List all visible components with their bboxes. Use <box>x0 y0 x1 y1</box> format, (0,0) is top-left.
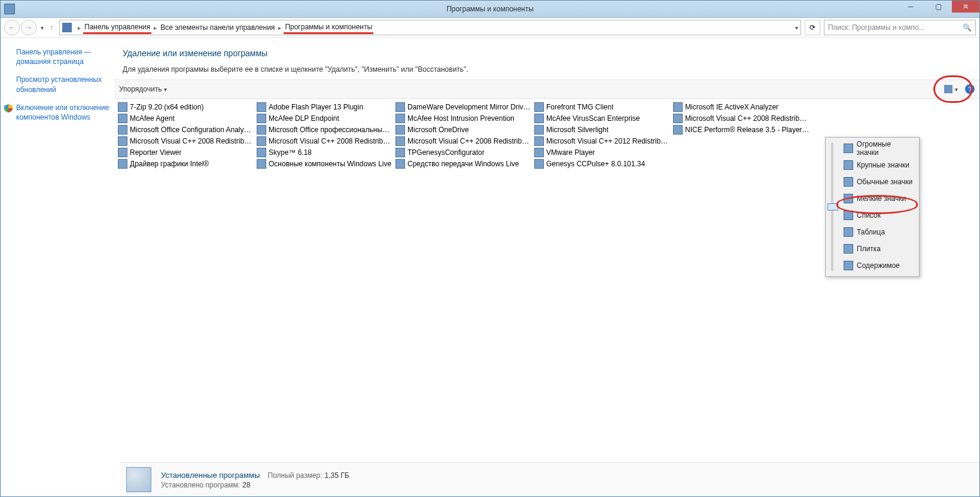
program-icon <box>395 102 405 112</box>
help-button[interactable]: ? <box>965 84 975 94</box>
program-item[interactable]: Microsoft Office Configuration Analyzer.… <box>117 124 255 135</box>
program-icon <box>118 159 127 169</box>
header-block: Удаление или изменение программы Для уда… <box>114 38 979 80</box>
view-option[interactable]: Мелкие значки <box>839 190 919 207</box>
view-option-label: Обычные значки <box>857 178 912 186</box>
status-count-key: Установлено программ: <box>161 481 240 489</box>
program-label: Microsoft Visual C++ 2008 Redistributa..… <box>685 114 809 123</box>
breadcrumb-item-1[interactable]: Все элементы панели управления <box>159 22 276 33</box>
program-item[interactable]: Microsoft Visual C++ 2008 Redistributa..… <box>394 135 533 147</box>
view-option[interactable]: Плитка <box>839 240 919 257</box>
program-item[interactable]: Genesys CCPulse+ 8.0.101.34 <box>533 158 672 169</box>
view-option-icon <box>844 244 853 254</box>
view-option-icon <box>844 160 853 170</box>
view-option-label: Таблица <box>857 228 885 236</box>
view-option-icon <box>844 194 853 203</box>
program-item[interactable]: 7-Zip 9.20 (x64 edition) <box>117 101 255 112</box>
program-label: McAfee Agent <box>130 114 175 123</box>
program-item[interactable]: Драйвер графики Intel® <box>117 158 255 169</box>
search-input[interactable]: Поиск: Программы и компо... 🔍 <box>824 20 976 35</box>
view-option[interactable]: Обычные значки <box>839 173 919 190</box>
forward-button[interactable]: → <box>21 20 36 35</box>
chevron-down-icon: ▾ <box>955 86 958 93</box>
app-icon <box>4 4 15 14</box>
status-title: Установленные программы <box>161 471 260 480</box>
minimize-button[interactable]: ─ <box>897 1 924 13</box>
change-view-button[interactable]: ▾ <box>942 84 960 94</box>
program-item[interactable]: McAfee Host Intrusion Prevention <box>394 112 533 124</box>
program-item[interactable]: Forefront TMG Client <box>533 101 672 112</box>
page-title: Удаление или изменение программы <box>123 48 971 58</box>
view-updates-link[interactable]: Просмотр установленных обновлений <box>16 75 109 94</box>
program-item[interactable]: Основные компоненты Windows Live <box>255 158 394 169</box>
windows-features-link[interactable]: Включение или отключение компонентов Win… <box>16 103 109 122</box>
program-icon <box>673 114 683 123</box>
status-bar: Установленные программы Полный размер:1,… <box>120 462 979 496</box>
program-icon <box>395 148 405 157</box>
program-item[interactable]: McAfee VirusScan Enterprise <box>533 112 672 124</box>
program-item[interactable]: Microsoft Visual C++ 2008 Redistributa..… <box>255 135 394 147</box>
program-item[interactable]: Adobe Flash Player 13 Plugin <box>255 101 394 112</box>
side-tasks-pane: Панель управления — домашняя страница Пр… <box>1 38 114 497</box>
icon-size-slider[interactable] <box>826 138 839 276</box>
breadcrumb-item-2[interactable]: Программы и компоненты <box>284 22 373 34</box>
program-label: 7-Zip 9.20 (x64 edition) <box>130 103 203 111</box>
view-option-icon <box>844 144 853 153</box>
program-icon <box>257 159 266 169</box>
view-option-label: Огромные значки <box>857 140 914 157</box>
program-item[interactable]: NICE Perform® Release 3.5 - Player Co... <box>672 124 811 135</box>
breadcrumb-item-0[interactable]: Панель управления <box>83 22 151 34</box>
program-label: Драйвер графики Intel® <box>130 160 209 168</box>
program-item[interactable]: Microsoft Visual C++ 2008 Redistributa..… <box>117 135 255 147</box>
program-item[interactable]: McAfee Agent <box>117 112 255 124</box>
view-icon <box>944 85 952 93</box>
view-option-icon <box>844 261 853 270</box>
program-item[interactable]: Microsoft Office профессиональный п... <box>255 124 394 135</box>
program-icon <box>257 136 266 146</box>
close-button[interactable]: ✕ <box>952 1 979 13</box>
maximize-button[interactable]: ▢ <box>924 1 952 13</box>
view-option-icon <box>844 177 853 187</box>
program-label: Microsoft Office профессиональный п... <box>269 126 393 134</box>
program-icon <box>118 102 127 112</box>
back-button[interactable]: ← <box>4 20 20 35</box>
slider-thumb[interactable] <box>827 203 838 211</box>
program-item[interactable]: TPGenesysConfigurator <box>394 147 533 158</box>
view-option[interactable]: Огромные значки <box>839 140 919 157</box>
program-item[interactable]: Microsoft Visual C++ 2008 Redistributa..… <box>672 112 811 124</box>
chevron-down-icon[interactable]: ▾ <box>795 25 798 31</box>
program-item[interactable]: Skype™ 6.18 <box>255 147 394 158</box>
program-item[interactable]: McAfee DLP Endpoint <box>255 112 394 124</box>
recent-locations-button[interactable]: ▾ <box>38 20 46 35</box>
view-option[interactable]: Содержимое <box>839 257 919 274</box>
location-icon <box>62 23 72 32</box>
organize-button[interactable]: Упорядочить ▾ <box>119 85 167 93</box>
view-option[interactable]: Список <box>839 207 919 224</box>
program-label: Microsoft Office Configuration Analyzer.… <box>130 126 254 134</box>
view-option[interactable]: Крупные значки <box>839 157 919 173</box>
breadcrumb[interactable]: ▸ Панель управления ▸ Все элементы панел… <box>59 20 801 35</box>
chevron-down-icon: ▾ <box>164 86 167 93</box>
program-item[interactable]: Microsoft Silverlight <box>533 124 672 135</box>
program-label: Microsoft IE ActiveX Analyzer <box>685 103 778 111</box>
program-item[interactable]: Средство передачи Windows Live <box>394 158 533 169</box>
control-panel-home-link[interactable]: Панель управления — домашняя страница <box>16 47 109 66</box>
view-option[interactable]: Таблица <box>839 224 919 240</box>
toolbar: Упорядочить ▾ ▾ ? <box>114 80 979 99</box>
program-item[interactable]: Reporter Viewer <box>117 147 255 158</box>
program-item[interactable]: Microsoft OneDrive <box>394 124 533 135</box>
program-icon <box>534 136 544 146</box>
program-icon <box>395 114 405 123</box>
program-icon <box>118 114 127 123</box>
program-item[interactable]: Microsoft IE ActiveX Analyzer <box>672 101 811 112</box>
program-label: DameWare Development Mirror Driver ... <box>407 103 532 111</box>
program-item[interactable]: VMware Player <box>533 147 672 158</box>
program-item[interactable]: Microsoft Visual C++ 2012 Redistributa..… <box>533 135 672 147</box>
program-icon <box>534 148 544 157</box>
program-icon <box>395 125 405 135</box>
program-item[interactable]: DameWare Development Mirror Driver ... <box>394 101 533 112</box>
refresh-button[interactable]: ⟳ <box>805 20 820 35</box>
status-count-val: 28 <box>242 481 250 489</box>
up-button[interactable]: ↑ <box>47 20 56 35</box>
program-icon <box>118 125 127 135</box>
